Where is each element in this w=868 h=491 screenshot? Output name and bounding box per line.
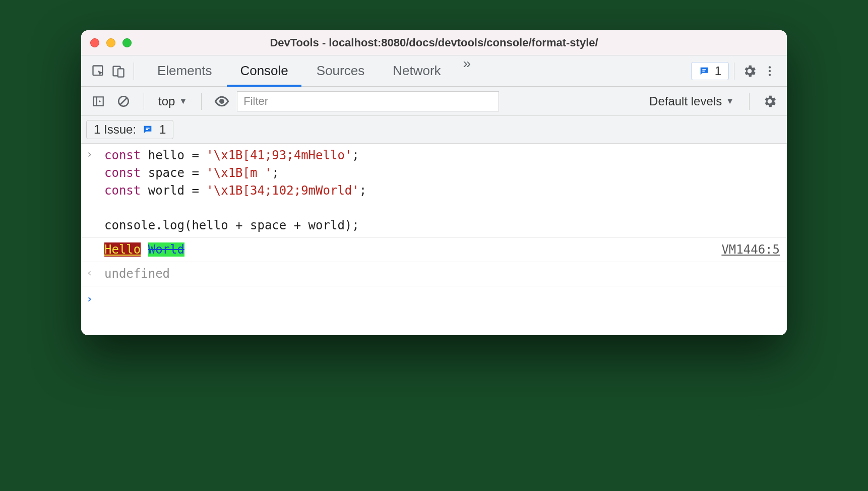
inspect-element-icon[interactable] <box>88 61 108 81</box>
issues-strip-count: 1 <box>159 122 166 137</box>
issues-label: 1 Issue: <box>94 122 136 137</box>
devtools-window: DevTools - localhost:8080/docs/devtools/… <box>81 30 787 335</box>
svg-point-10 <box>219 99 224 104</box>
live-expression-icon[interactable] <box>212 91 232 111</box>
console-body: › const hello = '\x1B[41;93;4mHello'; co… <box>81 144 787 335</box>
tab-network[interactable]: Network <box>380 55 454 86</box>
window-titlebar: DevTools - localhost:8080/docs/devtools/… <box>81 30 787 55</box>
output-marker <box>86 241 104 242</box>
panel-tabs: Elements Console Sources Network » <box>144 55 478 86</box>
prompt-marker-icon: › <box>86 291 104 305</box>
zoom-window-button[interactable] <box>122 38 132 47</box>
execution-context-selector[interactable]: top ▼ <box>154 94 191 108</box>
dropdown-icon: ▼ <box>179 97 187 106</box>
divider <box>134 63 134 80</box>
close-window-button[interactable] <box>90 38 99 47</box>
dropdown-icon: ▼ <box>726 97 734 106</box>
filter-input[interactable] <box>237 91 499 111</box>
svg-rect-11 <box>146 128 149 129</box>
console-output-row: Hello World VM1446:5 <box>81 238 787 262</box>
console-prompt-row: › <box>81 286 787 335</box>
input-marker-icon: › <box>86 147 104 160</box>
svg-point-5 <box>769 66 771 68</box>
main-tabbar: Elements Console Sources Network » 1 <box>81 55 787 87</box>
console-output-text[interactable]: Hello World <box>104 241 716 259</box>
svg-rect-3 <box>702 69 706 70</box>
context-label: top <box>158 94 175 108</box>
source-link[interactable]: VM1446:5 <box>716 242 780 257</box>
divider <box>201 93 202 110</box>
issue-icon <box>699 66 710 77</box>
divider <box>144 93 144 110</box>
window-title: DevTools - localhost:8080/docs/devtools/… <box>81 36 787 49</box>
tab-sources[interactable]: Sources <box>303 55 378 86</box>
issues-count: 1 <box>715 64 721 78</box>
console-input-code[interactable]: const hello = '\x1B[41;93;4mHello'; cons… <box>104 147 780 234</box>
divider <box>749 93 750 110</box>
svg-rect-4 <box>702 71 705 72</box>
more-tabs-button[interactable]: » <box>456 55 478 86</box>
device-toolbar-icon[interactable] <box>108 61 129 81</box>
log-levels-selector[interactable]: Default levels ▼ <box>644 94 739 108</box>
svg-rect-12 <box>146 129 148 130</box>
console-toolbar: top ▼ Default levels ▼ <box>81 87 787 116</box>
divider <box>734 63 734 80</box>
ansi-styled-hello: Hello <box>104 242 141 257</box>
console-result-row: ‹ undefined <box>81 262 787 286</box>
ansi-styled-world: World <box>148 242 184 257</box>
issues-counter[interactable]: 1 <box>691 62 729 80</box>
levels-label: Default levels <box>649 94 722 108</box>
show-console-sidebar-icon[interactable] <box>88 91 108 111</box>
traffic-lights <box>90 38 132 47</box>
console-result-value[interactable]: undefined <box>104 265 780 283</box>
settings-icon[interactable] <box>739 61 760 81</box>
tab-console[interactable]: Console <box>227 55 301 86</box>
more-options-icon[interactable] <box>760 61 780 81</box>
tab-elements[interactable]: Elements <box>144 55 225 86</box>
issues-box[interactable]: 1 Issue: 1 <box>86 120 173 139</box>
console-settings-icon[interactable] <box>760 91 780 111</box>
result-marker-icon: ‹ <box>86 265 104 279</box>
svg-rect-2 <box>118 69 124 77</box>
issue-icon <box>142 124 153 135</box>
minimize-window-button[interactable] <box>106 38 115 47</box>
clear-console-icon[interactable] <box>113 91 134 111</box>
console-input-row: › const hello = '\x1B[41;93;4mHello'; co… <box>81 144 787 238</box>
svg-point-6 <box>769 70 771 72</box>
svg-point-7 <box>769 74 771 76</box>
issues-strip: 1 Issue: 1 <box>81 116 787 144</box>
svg-rect-8 <box>93 97 103 105</box>
